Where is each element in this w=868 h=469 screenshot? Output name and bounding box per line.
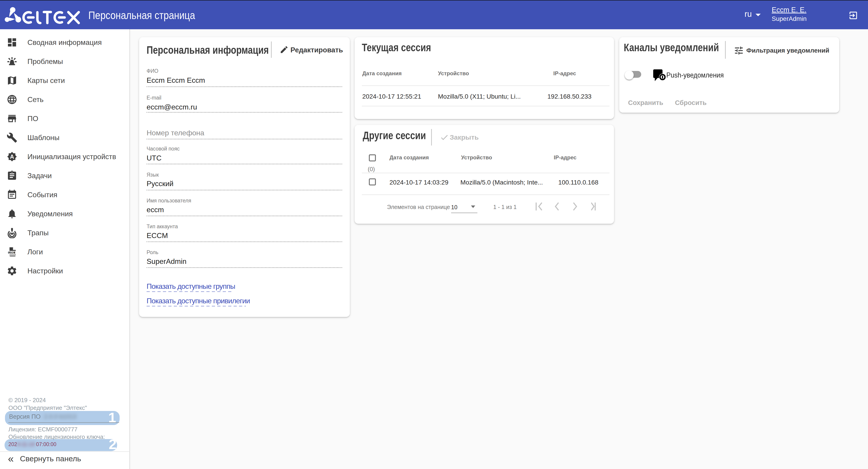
svg-text:LOG: LOG [9, 251, 14, 254]
svg-text:A: A [10, 153, 14, 160]
